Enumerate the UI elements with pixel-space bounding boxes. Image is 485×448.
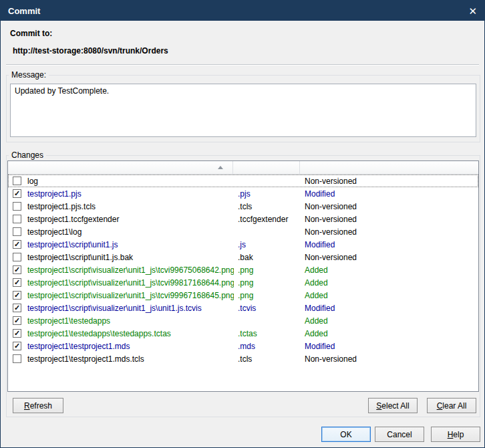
column-header-status[interactable] (300, 161, 478, 174)
message-label: Message: (9, 70, 49, 80)
extension-cell: .tcls (234, 354, 301, 364)
separator-line (6, 64, 479, 66)
checkbox-unchecked-icon[interactable] (13, 202, 21, 211)
table-row[interactable]: ✓testproject1\script\visualizer\unit1_js… (8, 302, 478, 314)
table-header (8, 161, 478, 175)
table-row[interactable]: ✓testproject1\testproject1.mds.mdsModifi… (8, 340, 478, 352)
title-bar[interactable]: Commit ✕ (1, 1, 484, 21)
checkbox-checked-icon[interactable]: ✓ (13, 316, 21, 325)
close-icon[interactable]: ✕ (468, 6, 477, 16)
checkbox-checked-icon[interactable]: ✓ (13, 278, 21, 287)
file-name-cell: testproject1\log (27, 227, 234, 237)
table-row[interactable]: ✓testproject1\testedapps\testedapps.tcta… (8, 327, 478, 340)
extension-cell: .tccfgextender (234, 215, 301, 224)
status-cell: Non-versioned (301, 227, 478, 237)
checkbox-unchecked-icon[interactable] (13, 227, 21, 236)
status-cell: Modified (301, 304, 478, 313)
changes-list: logNon-versioned✓testproject1.pjs.pjsMod… (8, 175, 478, 391)
checkbox-unchecked-icon[interactable] (13, 215, 21, 223)
checkbox-checked-icon[interactable]: ✓ (13, 304, 21, 312)
commit-to-label: Commit to: (10, 29, 52, 38)
extension-cell: .bak (234, 253, 301, 262)
table-row[interactable]: ✓testproject1\script\visualizer\unit1_js… (8, 263, 478, 276)
checkbox-checked-icon[interactable]: ✓ (13, 189, 21, 198)
status-cell: Added (301, 265, 478, 275)
status-cell: Non-versioned (301, 215, 478, 224)
status-cell: Added (301, 329, 478, 338)
file-name-cell: testproject1.pjs.tcls (27, 202, 234, 211)
status-cell: Non-versioned (301, 202, 478, 211)
file-name-cell: testproject1\script\visualizer\unit1_js\… (27, 304, 234, 313)
file-name-cell: testproject1\script\visualizer\unit1_js\… (27, 291, 234, 300)
extension-cell: .js (234, 240, 301, 249)
table-row[interactable]: logNon-versioned (8, 175, 478, 187)
extension-cell: .pjs (234, 189, 301, 199)
clear-all-button[interactable]: Clear All (427, 398, 476, 413)
column-header-name[interactable] (8, 161, 233, 174)
select-all-button[interactable]: Select All (368, 398, 418, 413)
status-cell: Non-versioned (301, 177, 478, 186)
checkbox-checked-icon[interactable]: ✓ (13, 291, 21, 300)
status-cell: Added (301, 278, 478, 288)
checkbox-checked-icon[interactable]: ✓ (13, 240, 21, 249)
table-row[interactable]: testproject1\script\unit1.js.bak.bakNon-… (8, 251, 478, 263)
extension-cell: .tcvis (234, 304, 301, 313)
file-name-cell: testproject1\script\visualizer\unit1_js\… (27, 278, 234, 288)
sort-ascending-icon (218, 166, 223, 169)
extension-cell: .png (234, 278, 301, 288)
checkbox-unchecked-icon[interactable] (13, 177, 21, 185)
file-name-cell: testproject1\script\unit1.js (27, 240, 234, 249)
file-name-cell: testproject1\script\unit1.js.bak (27, 253, 234, 262)
column-header-extension[interactable] (233, 161, 300, 174)
file-name-cell: testproject1\testproject1.mds (27, 342, 234, 351)
table-row[interactable]: ✓testproject1.pjs.pjsModified (8, 187, 478, 200)
message-input[interactable]: Updated by TestComplete. (10, 84, 476, 137)
file-name-cell: log (27, 177, 234, 186)
status-cell: Modified (301, 240, 478, 249)
status-cell: Modified (301, 189, 478, 199)
extension-cell: .tcls (234, 202, 301, 211)
table-row[interactable]: ✓testproject1\script\visualizer\unit1_js… (8, 276, 478, 289)
file-name-cell: testproject1\script\visualizer\unit1_js\… (27, 265, 234, 275)
table-row[interactable]: testproject1.tccfgextender.tccfgextender… (8, 213, 478, 225)
table-row[interactable]: testproject1\testproject1.mds.tcls.tclsN… (8, 352, 478, 365)
extension-cell: .tctas (234, 329, 301, 338)
checkbox-unchecked-icon[interactable] (13, 354, 21, 363)
status-cell: Added (301, 291, 478, 300)
changes-table: logNon-versioned✓testproject1.pjs.pjsMod… (7, 160, 479, 392)
cancel-button[interactable]: Cancel (375, 427, 424, 442)
extension-cell: .png (234, 265, 301, 275)
file-name-cell: testproject1\testedapps (27, 316, 234, 326)
extension-cell: .png (234, 291, 301, 300)
table-row[interactable]: testproject1.pjs.tcls.tclsNon-versioned (8, 200, 478, 213)
checkbox-unchecked-icon[interactable] (13, 253, 21, 261)
file-name-cell: testproject1.pjs (27, 189, 234, 199)
status-cell: Non-versioned (301, 253, 478, 262)
help-button[interactable]: Help (431, 427, 480, 442)
checkbox-checked-icon[interactable]: ✓ (13, 265, 21, 274)
window-title: Commit (8, 6, 40, 16)
commit-url: http://test-storage:8080/svn/trunk/Order… (13, 46, 168, 55)
extension-cell: .mds (234, 342, 301, 351)
status-cell: Added (301, 316, 478, 326)
table-row[interactable]: testproject1\logNon-versioned (8, 225, 478, 238)
file-name-cell: testproject1\testedapps\testedapps.tctas (27, 329, 234, 338)
checkbox-checked-icon[interactable]: ✓ (13, 329, 21, 338)
changes-label: Changes (9, 150, 46, 160)
file-name-cell: testproject1.tccfgextender (27, 215, 234, 224)
file-name-cell: testproject1\testproject1.mds.tcls (27, 354, 234, 364)
checkbox-checked-icon[interactable]: ✓ (13, 342, 21, 350)
table-row[interactable]: ✓testproject1\script\unit1.js.jsModified (8, 238, 478, 251)
table-row[interactable]: ✓testproject1\script\visualizer\unit1_js… (8, 289, 478, 302)
table-row[interactable]: ✓testproject1\testedappsAdded (8, 314, 478, 327)
status-cell: Modified (301, 342, 478, 351)
ok-button[interactable]: OK (321, 427, 371, 442)
commit-dialog: { "window": { "title": "Commit", "close_… (0, 0, 485, 448)
status-cell: Non-versioned (301, 354, 478, 364)
refresh-button[interactable]: Refresh (13, 398, 63, 413)
